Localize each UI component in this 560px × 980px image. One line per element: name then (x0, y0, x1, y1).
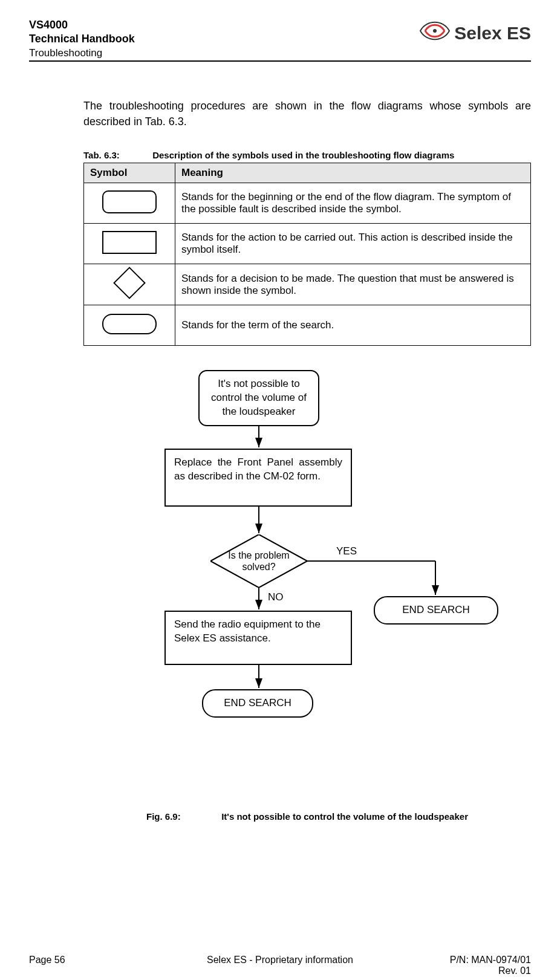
flow-action-replace-panel: Replace the Front Panel assembly as desc… (164, 449, 352, 507)
flow-end-no: END SEARCH (202, 689, 313, 718)
company-logo: Selex ES (419, 18, 531, 48)
footer-revision: Rev. 01 (365, 965, 531, 976)
footer-right: P/N: MAN-0974/01 Rev. 01 (365, 955, 531, 976)
doc-section: Troubleshooting (29, 47, 135, 59)
table-row: Stands for a decision to be made. The qu… (84, 264, 531, 305)
col-symbol: Symbol (84, 163, 175, 183)
table-row: Stands for the term of the search. (84, 305, 531, 346)
decision-symbol-icon (113, 267, 146, 300)
flow-start-node: It's not possible to control the volume … (198, 370, 319, 426)
table-row: Stands for the action to be carried out.… (84, 224, 531, 264)
page-header: VS4000 Technical Handbook Troubleshootin… (29, 18, 531, 62)
logo-text: Selex ES (454, 23, 531, 44)
table-row: Stands for the beginning or the end of t… (84, 183, 531, 224)
meaning-cell: Stands for the beginning or the end of t… (175, 183, 531, 224)
flow-decision-node: Is the problem solved? (210, 534, 307, 588)
footer-part-number: P/N: MAN-0974/01 (365, 955, 531, 965)
doc-code: VS4000 (29, 18, 135, 32)
logo-mark-icon (419, 18, 451, 48)
process-symbol-icon (102, 231, 157, 254)
footer-page-number: Page 56 (29, 955, 195, 976)
flowchart: It's not possible to control the volume … (29, 370, 531, 781)
doc-title: Technical Handbook (29, 32, 135, 46)
flow-action-send-assistance: Send the radio equipment to the Selex ES… (164, 611, 352, 665)
figure-caption-text: It's not possible to control the volume … (221, 811, 468, 822)
footer-proprietary: Selex ES - Proprietary information (197, 955, 363, 976)
meaning-cell: Stands for the term of the search. (175, 305, 531, 346)
figure-caption: Fig. 6.9: It's not possible to control t… (29, 811, 531, 822)
meaning-cell: Stands for the action to be carried out.… (175, 224, 531, 264)
table-number: Tab. 6.3: (83, 150, 150, 160)
meaning-cell: Stands for a decision to be made. The qu… (175, 264, 531, 305)
flow-label-no: NO (268, 591, 284, 603)
end-symbol-icon (102, 314, 157, 334)
col-meaning: Meaning (175, 163, 531, 183)
symbol-table: Symbol Meaning Stands for the beginning … (83, 163, 531, 346)
intro-paragraph: The troubleshooting procedures are shown… (83, 98, 531, 129)
flow-label-yes: YES (336, 545, 357, 557)
figure-number: Fig. 6.9: (146, 811, 219, 822)
table-header-row: Symbol Meaning (84, 163, 531, 183)
table-caption-text: Description of the symbols used in the t… (152, 150, 454, 160)
flow-end-yes: END SEARCH (374, 596, 498, 625)
table-caption: Tab. 6.3: Description of the symbols use… (83, 150, 531, 160)
header-left-block: VS4000 Technical Handbook Troubleshootin… (29, 18, 135, 59)
flow-decision-text: Is the problem solved? (210, 534, 307, 588)
page-footer: Page 56 Selex ES - Proprietary informati… (29, 955, 531, 976)
svg-point-0 (433, 29, 437, 33)
terminator-symbol-icon (102, 190, 157, 213)
